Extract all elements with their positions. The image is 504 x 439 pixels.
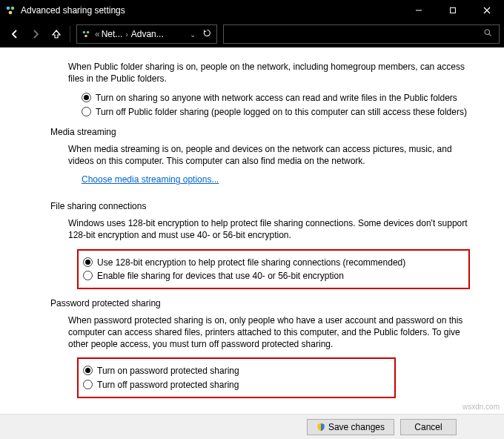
radio-unchecked-icon[interactable] <box>83 271 93 280</box>
public-folder-off-row[interactable]: Turn off Public folder sharing (people l… <box>82 106 482 118</box>
breadcrumb-dropdown-icon[interactable]: ⌄ <box>190 30 196 39</box>
password-on-label: Turn on password protected sharing <box>97 365 239 377</box>
breadcrumb[interactable]: « Net... › Advan... ⌄ <box>76 24 217 44</box>
media-desc: When media streaming is on, people and d… <box>68 143 468 167</box>
navbar: « Net... › Advan... ⌄ <box>0 21 504 47</box>
radio-checked-icon[interactable] <box>83 366 93 375</box>
svg-rect-4 <box>451 8 456 13</box>
back-button[interactable] <box>4 24 25 44</box>
save-label: Save changes <box>328 422 385 432</box>
svg-point-1 <box>11 7 15 10</box>
forward-button[interactable] <box>25 24 46 44</box>
up-button[interactable] <box>46 24 67 44</box>
public-folder-desc: When Public folder sharing is on, people… <box>68 61 468 85</box>
breadcrumb-icon <box>80 28 92 40</box>
breadcrumb-prefix: « <box>95 29 100 39</box>
footer: Save changes Cancel <box>0 414 504 439</box>
public-folder-on-label: Turn on sharing so anyone with network a… <box>96 92 457 104</box>
svg-line-11 <box>489 34 491 36</box>
encryption-128-label: Use 128-bit encryption to help protect f… <box>97 257 405 268</box>
password-off-row[interactable]: Turn off password protected sharing <box>83 379 387 391</box>
svg-point-7 <box>83 31 85 33</box>
cancel-label: Cancel <box>414 422 442 432</box>
close-button[interactable] <box>470 0 504 21</box>
public-folder-group: Turn on sharing so anyone with network a… <box>82 92 482 117</box>
app-icon <box>4 4 16 16</box>
encryption-40-label: Enable file sharing for devices that use… <box>97 270 344 282</box>
file-sharing-desc: Windows uses 128-bit encryption to help … <box>68 217 468 241</box>
public-folder-off-label: Turn off Public folder sharing (people l… <box>96 106 467 118</box>
search-icon <box>483 28 493 40</box>
public-folder-on-row[interactable]: Turn on sharing so anyone with network a… <box>82 92 482 104</box>
chevron-right-icon: › <box>125 30 127 39</box>
shield-icon <box>316 423 325 432</box>
window-controls <box>402 0 504 21</box>
refresh-button[interactable] <box>200 28 213 40</box>
encryption-128-row[interactable]: Use 128-bit encryption to help protect f… <box>83 257 461 268</box>
content-pane: When Public folder sharing is on, people… <box>0 47 504 439</box>
radio-unchecked-icon[interactable] <box>83 380 93 389</box>
media-options-link[interactable]: Choose media streaming options... <box>82 174 219 185</box>
password-off-label: Turn off password protected sharing <box>97 379 239 391</box>
media-head: Media streaming <box>50 127 482 137</box>
file-sharing-head: File sharing connections <box>50 201 482 211</box>
titlebar: Advanced sharing settings <box>0 0 504 21</box>
maximize-button[interactable] <box>436 0 470 21</box>
svg-point-8 <box>87 31 89 33</box>
search-input[interactable] <box>223 24 500 44</box>
password-head: Password protected sharing <box>50 298 482 308</box>
minimize-button[interactable] <box>402 0 436 21</box>
radio-checked-icon[interactable] <box>83 257 93 267</box>
cancel-button[interactable]: Cancel <box>400 419 457 435</box>
svg-point-2 <box>9 11 13 15</box>
password-on-row[interactable]: Turn on password protected sharing <box>83 365 387 377</box>
radio-checked-icon[interactable] <box>82 93 91 102</box>
breadcrumb-item-2[interactable]: Advan... <box>131 29 164 39</box>
file-sharing-group: Use 128-bit encryption to help protect f… <box>77 249 470 289</box>
radio-unchecked-icon[interactable] <box>82 107 91 116</box>
svg-point-9 <box>84 35 87 37</box>
password-desc: When password protected sharing is on, o… <box>68 314 468 351</box>
svg-point-10 <box>485 30 490 35</box>
password-group: Turn on password protected sharing Turn … <box>77 357 396 397</box>
breadcrumb-item-1[interactable]: Net... <box>102 29 123 39</box>
watermark: wsxdn.com <box>462 403 500 411</box>
save-button[interactable]: Save changes <box>307 419 394 435</box>
encryption-40-row[interactable]: Enable file sharing for devices that use… <box>83 270 461 282</box>
window-title: Advanced sharing settings <box>21 5 402 16</box>
nav-separator <box>70 26 70 42</box>
scroll-area: When Public folder sharing is on, people… <box>0 47 504 414</box>
svg-point-0 <box>7 7 10 10</box>
